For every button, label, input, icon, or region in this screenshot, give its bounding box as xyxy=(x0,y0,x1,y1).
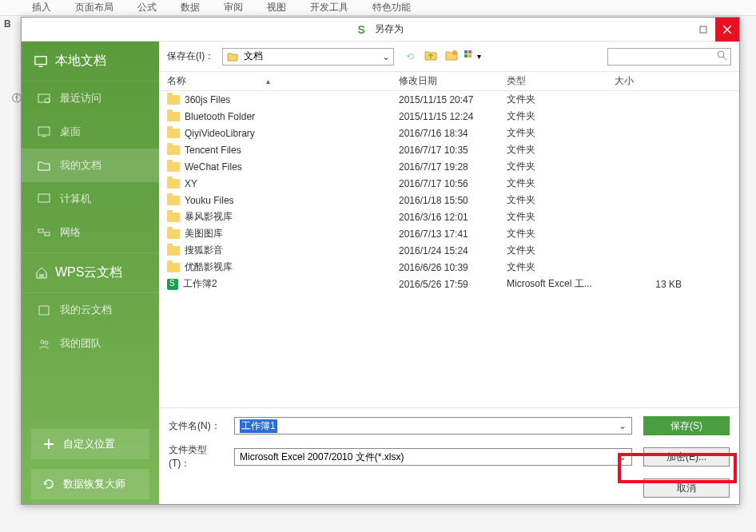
svg-rect-21 xyxy=(468,54,472,58)
file-name: Bluetooth Folder xyxy=(185,111,255,122)
file-row[interactable]: Bluetooth Folder2015/11/15 12:24文件夹 xyxy=(159,108,739,125)
maximize-button[interactable] xyxy=(691,18,715,42)
file-row[interactable]: 美图图库2016/7/13 17:41文件夹 xyxy=(159,225,739,242)
file-type: 文件夹 xyxy=(507,260,615,274)
folder-icon xyxy=(167,129,180,138)
close-button[interactable] xyxy=(715,18,739,42)
folder-icon xyxy=(167,229,180,239)
sidebar-item-mydocs[interactable]: 我的文档 xyxy=(22,149,159,182)
file-type: 文件夹 xyxy=(507,210,615,224)
cloud-icon xyxy=(34,267,47,280)
wps-logo-icon: S xyxy=(358,23,371,36)
back-button[interactable]: ⟲ xyxy=(402,49,418,65)
file-name: XY xyxy=(185,178,197,189)
cloud-doc-icon xyxy=(38,304,50,316)
up-folder-button[interactable] xyxy=(423,49,439,65)
filename-value: 工作簿1 xyxy=(240,419,277,433)
svg-rect-12 xyxy=(39,306,49,315)
folder-icon xyxy=(167,179,180,189)
ribbon-tab[interactable]: 数据 xyxy=(181,1,200,14)
file-type: 文件夹 xyxy=(507,143,615,157)
file-name: Tencent Files xyxy=(185,145,241,156)
file-type: 文件夹 xyxy=(507,109,615,123)
file-name: 美图图库 xyxy=(185,227,223,240)
file-row[interactable]: WeChat Files2016/7/17 19:28文件夹 xyxy=(159,158,739,175)
file-row[interactable]: XY2016/7/17 10:56文件夹 xyxy=(159,175,739,192)
monitor-icon xyxy=(34,55,47,68)
sidebar-item-label: 桌面 xyxy=(60,125,81,139)
column-header-name[interactable]: 名称 ▴ xyxy=(159,74,399,88)
file-row[interactable]: 工作簿22016/5/26 17:59Microsoft Excel 工...1… xyxy=(159,276,739,292)
save-in-value: 文档 xyxy=(244,50,263,63)
custom-location-button[interactable]: 自定义位置 xyxy=(31,429,149,459)
sidebar-item-computer[interactable]: 计算机 xyxy=(22,182,159,216)
sidebar-item-desktop[interactable]: 桌面 xyxy=(22,115,159,149)
ribbon-tab[interactable]: 视图 xyxy=(267,1,286,14)
bold-icon[interactable]: B xyxy=(4,18,11,30)
cancel-button[interactable]: 取消 xyxy=(643,478,730,498)
main-area: 保存在(I)： 文档 ⌄ ⟲ ▾ 名称 xyxy=(159,42,739,504)
sort-asc-icon: ▴ xyxy=(266,77,270,85)
save-in-dropdown[interactable]: 文档 ⌄ xyxy=(222,48,394,66)
search-input[interactable] xyxy=(607,48,731,66)
chevron-down-icon: ⌄ xyxy=(382,51,390,62)
file-type: 文件夹 xyxy=(507,93,615,106)
ribbon-tab[interactable]: 特色功能 xyxy=(372,1,411,14)
file-type: Microsoft Excel 工... xyxy=(507,277,615,291)
save-in-label: 保存在(I)： xyxy=(167,50,214,63)
file-date: 2015/11/15 12:24 xyxy=(399,111,507,122)
save-button[interactable]: 保存(S) xyxy=(643,416,730,435)
filename-input[interactable]: 工作簿1 ⌄ xyxy=(234,417,632,435)
new-folder-button[interactable] xyxy=(444,49,460,65)
svg-point-14 xyxy=(45,341,48,344)
file-row[interactable]: 暴风影视库2016/3/16 12:01文件夹 xyxy=(159,208,739,225)
ribbon-tab[interactable]: 页面布局 xyxy=(75,1,113,14)
desktop-icon xyxy=(38,125,50,138)
sidebar-item-label: 网络 xyxy=(60,225,81,240)
folder-icon xyxy=(167,263,180,272)
sidebar-header-label: 本地文档 xyxy=(55,53,106,69)
file-date: 2016/5/26 17:59 xyxy=(399,279,507,290)
ribbon-tab[interactable]: 开发工具 xyxy=(310,1,348,14)
column-header-modified[interactable]: 修改日期 xyxy=(399,74,507,88)
sidebar-header-label: WPS云文档 xyxy=(55,264,122,281)
search-icon xyxy=(716,50,727,63)
file-list[interactable]: 360js Files2015/11/15 20:47文件夹Bluetooth … xyxy=(159,91,739,407)
file-date: 2016/7/17 10:35 xyxy=(399,145,507,156)
file-row[interactable]: 优酷影视库2016/6/26 10:39文件夹 xyxy=(159,259,739,276)
filetype-dropdown[interactable]: Microsoft Excel 2007/2010 文件(*.xlsx) ⌄ xyxy=(234,448,632,466)
file-row[interactable]: 360js Files2015/11/15 20:47文件夹 xyxy=(159,91,739,108)
ribbon-tab[interactable]: 插入 xyxy=(32,1,51,14)
up-folder-icon xyxy=(424,50,437,63)
sidebar-item-mycloud[interactable]: 我的云文档 xyxy=(22,293,159,327)
file-date: 2016/1/24 15:24 xyxy=(399,245,507,256)
sidebar-item-recent[interactable]: 最近访问 xyxy=(22,81,159,115)
file-row[interactable]: Tencent Files2016/7/17 10:35文件夹 xyxy=(159,141,739,158)
column-header-size[interactable]: 大小 xyxy=(615,74,694,88)
folder-small-icon xyxy=(226,50,239,63)
data-recovery-button[interactable]: 数据恢复大师 xyxy=(31,469,149,499)
file-row[interactable]: Youku Files2016/1/18 15:50文件夹 xyxy=(159,192,739,208)
svg-rect-18 xyxy=(464,50,468,54)
sidebar: 本地文档 最近访问 桌面 我的文档 计算机 网络 xyxy=(22,42,159,504)
new-folder-icon xyxy=(445,50,458,63)
file-name: 工作簿2 xyxy=(183,277,217,291)
sidebar-item-label: 最近访问 xyxy=(60,91,101,105)
file-size: 13 KB xyxy=(615,279,694,290)
file-row[interactable]: 搜狐影音2016/1/24 15:24文件夹 xyxy=(159,242,739,259)
ribbon-tab[interactable]: 公式 xyxy=(137,1,157,14)
plus-icon xyxy=(42,438,55,451)
ribbon-tab[interactable]: 审阅 xyxy=(224,1,243,14)
svg-rect-0 xyxy=(700,26,706,33)
view-mode-button[interactable]: ▾ xyxy=(464,49,480,65)
encrypt-button[interactable]: 加密(E)... xyxy=(643,447,730,466)
file-row[interactable]: QiyiVideoLibrary2016/7/16 18:34文件夹 xyxy=(159,125,739,141)
sidebar-item-label: 计算机 xyxy=(60,192,91,206)
sidebar-item-network[interactable]: 网络 xyxy=(22,216,159,249)
sidebar-header-cloud: WPS云文档 xyxy=(22,252,159,293)
dialog-titlebar: S 另存为 xyxy=(22,18,739,42)
sidebar-item-myteam[interactable]: 我的团队 xyxy=(22,327,159,360)
column-header-type[interactable]: 类型 xyxy=(507,74,615,88)
svg-point-17 xyxy=(452,50,457,55)
folder-icon xyxy=(167,212,180,222)
